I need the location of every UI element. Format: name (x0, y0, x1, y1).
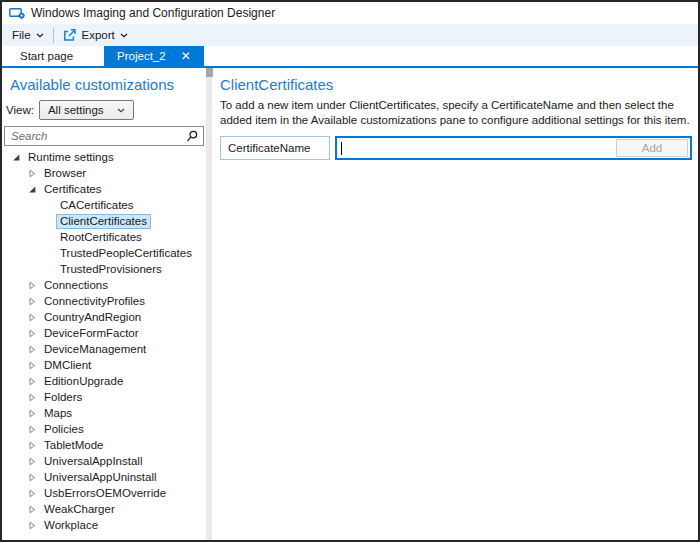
app-icon (9, 7, 25, 20)
expander-collapsed-icon[interactable] (24, 421, 40, 437)
tree-item-label: DeviceManagement (40, 342, 150, 357)
tree-item-workplace[interactable]: Workplace (2, 517, 206, 533)
tree-item-label: CACertificates (56, 198, 138, 213)
expander-collapsed-icon[interactable] (24, 437, 40, 453)
tree-item-label: Policies (40, 422, 88, 437)
tree-item-label: DMClient (40, 358, 95, 373)
expander-collapsed-icon[interactable] (24, 277, 40, 293)
view-selector-row: View: All settings (6, 100, 206, 120)
expander-collapsed-icon[interactable] (24, 293, 40, 309)
app-window: Windows Imaging and Configuration Design… (0, 0, 700, 542)
view-dropdown-value: All settings (48, 104, 104, 116)
tree-item-label: TrustedProvisioners (56, 262, 166, 277)
tree-item-editionupgrade[interactable]: EditionUpgrade (2, 373, 206, 389)
tree-item-label: Folders (40, 390, 86, 405)
certificate-name-input-wrap: Add (335, 136, 692, 160)
tree-item-policies[interactable]: Policies (2, 421, 206, 437)
tree-item-certificates[interactable]: Certificates (2, 181, 206, 197)
tree-item-trustedpeoplecertificates[interactable]: TrustedPeopleCertificates (2, 245, 206, 261)
certificate-name-label-box: CertificateName (220, 136, 330, 160)
customizations-tree: Runtime settingsBrowserCertificatesCACer… (2, 149, 206, 533)
text-caret (341, 142, 342, 155)
tree-item-deviceformfactor[interactable]: DeviceFormFactor (2, 325, 206, 341)
search-icon (186, 130, 198, 143)
tree-item-label: Connections (40, 278, 112, 293)
setting-description: To add a new item under ClientCertificat… (220, 98, 692, 127)
menu-bar: File Export (2, 24, 698, 46)
tree-item-maps[interactable]: Maps (2, 405, 206, 421)
title-bar: Windows Imaging and Configuration Design… (2, 2, 698, 24)
file-menu-label: File (12, 29, 31, 41)
tree-item-label: DeviceFormFactor (40, 326, 143, 341)
expander-expanded-icon[interactable] (8, 149, 24, 165)
tree-item-trustedprovisioners[interactable]: TrustedProvisioners (2, 261, 206, 277)
tab-strip: Start page Project_2 ✕ (2, 46, 698, 68)
tree-item-label: RootCertificates (56, 230, 146, 245)
export-icon (63, 28, 77, 42)
certificate-name-label: CertificateName (228, 142, 310, 154)
expander-collapsed-icon[interactable] (24, 501, 40, 517)
pane-splitter[interactable] (206, 68, 212, 540)
tree-item-usberrorsoemoverride[interactable]: UsbErrorsOEMOverride (2, 485, 206, 501)
chevron-down-icon (120, 33, 128, 38)
expander-collapsed-icon[interactable] (24, 485, 40, 501)
tree-item-rootcertificates[interactable]: RootCertificates (2, 229, 206, 245)
search-input[interactable] (5, 130, 186, 142)
tree-item-label: Certificates (40, 182, 106, 197)
expander-placeholder (40, 197, 56, 213)
tree-item-label: TabletMode (40, 438, 107, 453)
add-button[interactable]: Add (616, 139, 688, 157)
tab-label: Start page (20, 50, 73, 62)
tree-item-dmclient[interactable]: DMClient (2, 357, 206, 373)
view-label: View: (6, 104, 34, 116)
splitter-grip[interactable] (206, 68, 213, 77)
pane-title: Available customizations (10, 76, 206, 93)
tree-item-label: WeakCharger (40, 502, 119, 517)
tree-item-connections[interactable]: Connections (2, 277, 206, 293)
close-icon[interactable]: ✕ (181, 50, 191, 62)
tree-item-countryandregion[interactable]: CountryAndRegion (2, 309, 206, 325)
tree-item-folders[interactable]: Folders (2, 389, 206, 405)
expander-collapsed-icon[interactable] (24, 373, 40, 389)
tree-item-browser[interactable]: Browser (2, 165, 206, 181)
tab-start-page[interactable]: Start page (2, 46, 91, 66)
export-menu-label: Export (82, 29, 115, 41)
tree-item-label: ClientCertificates (56, 214, 151, 229)
expander-collapsed-icon[interactable] (24, 469, 40, 485)
setting-title: ClientCertificates (220, 76, 692, 93)
expander-collapsed-icon[interactable] (24, 325, 40, 341)
tree-item-tabletmode[interactable]: TabletMode (2, 437, 206, 453)
tree-item-label: ConnectivityProfiles (40, 294, 149, 309)
tree-item-label: UniversalAppInstall (40, 454, 146, 469)
expander-collapsed-icon[interactable] (24, 405, 40, 421)
expander-collapsed-icon[interactable] (24, 389, 40, 405)
main-body: Available customizations View: All setti… (2, 68, 698, 540)
expander-expanded-icon[interactable] (24, 181, 40, 197)
file-menu-button[interactable]: File (12, 29, 44, 41)
tree-item-clientcertificates[interactable]: ClientCertificates (2, 213, 206, 229)
view-dropdown[interactable]: All settings (39, 100, 134, 120)
tree-item-runtime settings[interactable]: Runtime settings (2, 149, 206, 165)
tree-item-label: UsbErrorsOEMOverride (40, 486, 170, 501)
expander-collapsed-icon[interactable] (24, 357, 40, 373)
expander-collapsed-icon[interactable] (24, 341, 40, 357)
expander-collapsed-icon[interactable] (24, 309, 40, 325)
chevron-down-icon (117, 108, 125, 113)
export-menu-button[interactable]: Export (63, 28, 128, 42)
expander-placeholder (40, 213, 56, 229)
tree-item-universalappuninstall[interactable]: UniversalAppUninstall (2, 469, 206, 485)
tab-label: Project_2 (117, 50, 166, 62)
expander-placeholder (40, 229, 56, 245)
tab-project-2[interactable]: Project_2 ✕ (104, 46, 204, 66)
expander-collapsed-icon[interactable] (24, 165, 40, 181)
expander-collapsed-icon[interactable] (24, 453, 40, 469)
tree-item-connectivityprofiles[interactable]: ConnectivityProfiles (2, 293, 206, 309)
tree-item-label: Browser (40, 166, 90, 181)
tree-item-devicemanagement[interactable]: DeviceManagement (2, 341, 206, 357)
menu-separator (53, 28, 54, 43)
expander-collapsed-icon[interactable] (24, 517, 40, 533)
tree-item-weakcharger[interactable]: WeakCharger (2, 501, 206, 517)
tree-item-universalappinstall[interactable]: UniversalAppInstall (2, 453, 206, 469)
tree-item-cacertificates[interactable]: CACertificates (2, 197, 206, 213)
settings-detail-pane: ClientCertificates To add a new item und… (212, 68, 698, 540)
